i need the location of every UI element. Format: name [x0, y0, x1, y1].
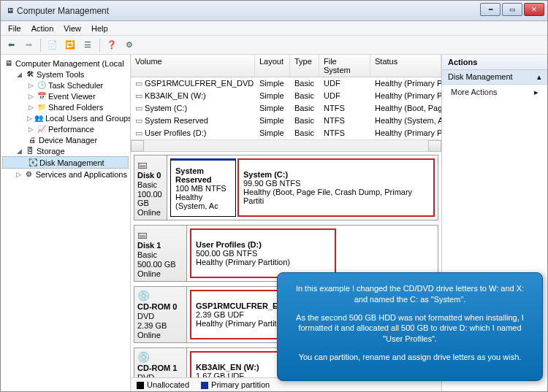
tree-shared-folders[interactable]: ▷📁Shared Folders	[2, 101, 129, 112]
legend-primary: Primary partition	[211, 380, 270, 389]
settings-icon[interactable]: ⚙	[123, 39, 135, 51]
col-volume[interactable]: Volume	[131, 55, 255, 77]
tools-icon: 🛠	[25, 69, 34, 79]
disk-icon: 💽	[28, 158, 37, 167]
menubar: File Action View Help	[1, 21, 547, 36]
actions-section[interactable]: Disk Management▴	[442, 70, 547, 85]
clock-icon: 🕒	[37, 80, 46, 90]
disk-info: 💿CD-ROM 1DVD1.67 GBOnline	[134, 348, 187, 377]
maximize-button[interactable]: ▭	[502, 3, 522, 16]
menu-view[interactable]: View	[59, 23, 85, 34]
chevron-up-icon: ▴	[537, 72, 541, 82]
titlebar: 🖥 Computer Management ━ ▭ ✕	[1, 1, 547, 21]
disk-type-icon: 🖴	[137, 158, 164, 170]
volume-row[interactable]: ▭ KB3AIK_EN (W:)SimpleBasicUDFHealthy (P…	[131, 90, 441, 102]
disk-row[interactable]: 🖴Disk 0Basic100.00 GBOnlineSystem Reserv…	[134, 155, 438, 220]
minimize-button[interactable]: ━	[480, 3, 501, 16]
volume-row[interactable]: ▭ GSP1RMCULFRER_EN_DVD (X:)SimpleBasicUD…	[131, 77, 441, 90]
users-icon: 👥	[34, 113, 43, 123]
drive-icon: ▭	[135, 79, 142, 88]
tree-task-scheduler[interactable]: ▷🕒Task Scheduler	[2, 80, 129, 91]
nav-tree: 🖥Computer Management (Local ◢🛠System Too…	[1, 55, 131, 391]
drive-icon: ▭	[135, 128, 142, 137]
partition[interactable]: User Profiles (D:)500.00 GB NTFSHealthy …	[190, 228, 336, 278]
volume-row[interactable]: ▭ User Profiles (D:)SimpleBasicNTFSHealt…	[131, 127, 441, 139]
disk-type-icon: 💿	[137, 351, 183, 363]
app-icon: 🖥	[5, 6, 15, 15]
col-status[interactable]: Status	[370, 55, 441, 77]
refresh-icon[interactable]: 🔁	[64, 39, 76, 51]
partition[interactable]: System Reserved100 MB NTFSHealthy (Syste…	[170, 158, 236, 217]
properties-icon[interactable]: ☰	[82, 39, 94, 51]
disk-type-icon: 💿	[137, 290, 183, 301]
drive-icon: ▭	[135, 104, 142, 112]
folder-icon: 📁	[37, 102, 46, 112]
tree-device-manager[interactable]: 🖨Device Manager	[2, 134, 129, 145]
window-title: Computer Management	[17, 6, 109, 16]
volume-row[interactable]: ▭ System (C:)SimpleBasicNTFSHealthy (Boo…	[131, 102, 441, 115]
menu-help[interactable]: Help	[87, 23, 113, 34]
disk-info: 🖴Disk 0Basic100.00 GBOnline	[134, 155, 167, 220]
menu-action[interactable]: Action	[27, 23, 58, 34]
services-icon: ⚙	[24, 169, 33, 179]
horizontal-scrollbar[interactable]	[131, 139, 441, 151]
toolbar: ⬅ ➡ 📄 🔁 ☰ ❓ ⚙	[1, 36, 547, 55]
disk-info: 🖴Disk 1Basic500.00 GBOnline	[134, 226, 187, 281]
storage-icon: 🗄	[25, 146, 34, 155]
tree-storage[interactable]: ◢🗄Storage	[2, 145, 129, 156]
perf-icon: 📈	[37, 124, 46, 134]
help-icon[interactable]: ❓	[106, 39, 118, 51]
col-type[interactable]: Type	[290, 55, 319, 77]
event-icon: 📅	[37, 91, 46, 101]
drive-icon: ▭	[135, 91, 142, 100]
partition[interactable]: System (C:)99.90 GB NTFSHealthy (Boot, P…	[237, 158, 435, 217]
tree-disk-management[interactable]: 💽Disk Management	[2, 156, 129, 169]
disk-type-icon: 🖴	[137, 228, 183, 240]
legend-unallocated: Unallocated	[147, 380, 189, 389]
actions-header: Actions	[442, 55, 547, 70]
volume-list: Volume Layout Type File System Status ▭ …	[131, 55, 441, 152]
close-button[interactable]: ✕	[524, 3, 544, 16]
back-icon[interactable]: ⬅	[5, 39, 17, 51]
tree-services[interactable]: ▷⚙Services and Applications	[2, 169, 129, 180]
col-layout[interactable]: Layout	[255, 55, 290, 77]
volume-row[interactable]: ▭ System ReservedSimpleBasicNTFSHealthy …	[131, 115, 441, 127]
col-filesystem[interactable]: File System	[319, 55, 370, 77]
annotation-callout: In this example I changed the CD/DVD dri…	[277, 272, 543, 381]
chevron-right-icon: ▸	[534, 88, 539, 97]
up-icon[interactable]: 📄	[47, 39, 58, 51]
actions-more[interactable]: More Actions▸	[442, 85, 547, 99]
callout-p3: You can partition, rename and assign dri…	[289, 352, 530, 363]
volume-list-header: Volume Layout Type File System Status	[131, 55, 441, 77]
disk-info: 💿CD-ROM 0DVD2.39 GBOnline	[134, 287, 187, 342]
drive-icon: ▭	[135, 116, 142, 125]
tree-root[interactable]: 🖥Computer Management (Local	[2, 58, 129, 69]
menu-file[interactable]: File	[4, 23, 26, 34]
tree-system-tools[interactable]: ◢🛠System Tools	[2, 69, 129, 80]
tree-performance[interactable]: ▷📈Performance	[2, 123, 129, 134]
callout-p1: In this example I changed the CD/DVD dri…	[289, 283, 530, 305]
callout-p2: As the second 500 GB HDD was not formatt…	[289, 312, 530, 345]
tree-event-viewer[interactable]: ▷📅Event Viewer	[2, 91, 129, 101]
computer-icon: 🖥	[4, 58, 13, 68]
forward-icon[interactable]: ➡	[23, 39, 34, 51]
device-icon: 🖨	[27, 135, 37, 145]
tree-local-users[interactable]: ▷👥Local Users and Groups	[2, 112, 129, 123]
